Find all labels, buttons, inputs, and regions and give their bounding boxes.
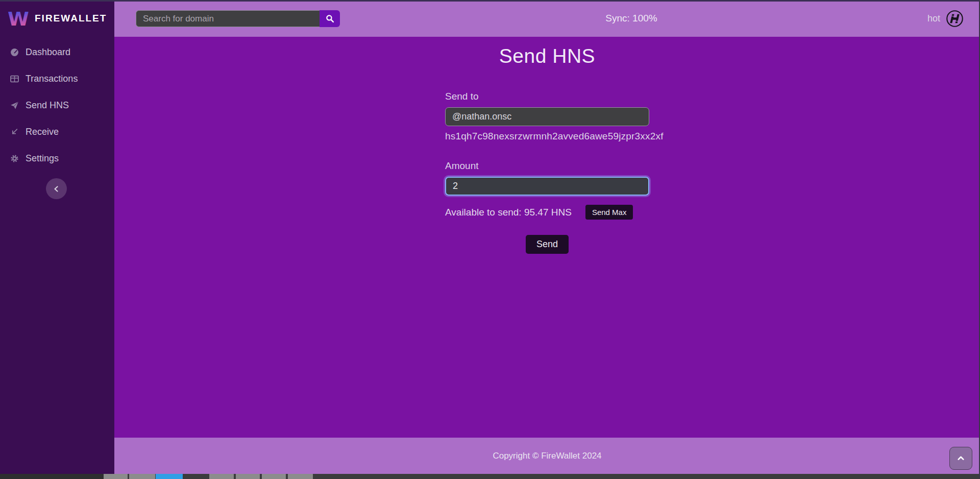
topbar: Sync: 100% hot [114, 0, 980, 37]
sidebar-item-send-hns[interactable]: Send HNS [0, 92, 114, 118]
available-to-send-text: Available to send: 95.47 HNS [445, 207, 572, 218]
sidebar-collapse-button[interactable] [46, 178, 67, 199]
send-max-button[interactable]: Send Max [585, 205, 633, 220]
gear-icon [10, 154, 19, 163]
send-to-label: Send to [445, 91, 649, 102]
sidebar-item-dashboard[interactable]: Dashboard [0, 39, 114, 65]
sidebar-item-label: Receive [26, 127, 59, 137]
wallet-indicator[interactable]: hot [927, 0, 964, 37]
copyright-text: Copyright © FireWallet 2024 [493, 451, 601, 461]
brand: W FIREWALLET [0, 0, 114, 37]
footer: Copyright © FireWallet 2024 [114, 438, 980, 474]
taskbar-segment[interactable] [236, 474, 260, 479]
taskbar-segment[interactable] [288, 474, 313, 479]
wallet-type-label: hot [927, 13, 940, 24]
sidebar-item-label: Send HNS [26, 100, 69, 111]
sync-status: Sync: 100% [605, 0, 657, 37]
send-button[interactable]: Send [526, 235, 569, 254]
page-title: Send HNS [445, 45, 649, 67]
taskbar-segment[interactable] [104, 474, 128, 479]
table-icon [10, 75, 19, 83]
taskbar-segment[interactable] [209, 474, 234, 479]
chevron-up-icon [957, 454, 965, 463]
taskbar-segment[interactable] [129, 474, 155, 479]
svg-text:W: W [8, 8, 29, 29]
taskbar-segment[interactable] [0, 474, 104, 479]
sidebar-item-settings[interactable]: Settings [0, 145, 114, 172]
search-button[interactable] [320, 10, 340, 27]
taskbar-segment[interactable] [156, 474, 183, 479]
firewallet-w-logo: W [8, 8, 29, 29]
sidebar-nav: Dashboard Transactions [0, 39, 114, 172]
search-bar [136, 10, 340, 27]
window-top-edge [0, 0, 980, 2]
send-to-input[interactable] [445, 107, 649, 126]
resolved-address: hs1qh7c98nexsrzwrmnh2avved6awe59jzpr3xx2… [445, 131, 649, 142]
brand-name: FIREWALLET [35, 13, 107, 24]
handshake-logo-icon [946, 10, 964, 28]
main-content: Send HNS Send to hs1qh7c98nexsrzwrmnh2av… [114, 37, 980, 438]
taskbar-strip[interactable] [0, 474, 980, 479]
paper-plane-icon [10, 101, 19, 110]
search-input[interactable] [136, 10, 320, 27]
sidebar-item-label: Settings [26, 153, 59, 164]
firewallet-app: W FIREWALLET Dashboard [0, 0, 980, 479]
sidebar: W FIREWALLET Dashboard [0, 0, 114, 474]
taskbar-segment[interactable] [262, 474, 286, 479]
sidebar-item-transactions[interactable]: Transactions [0, 65, 114, 92]
sidebar-item-label: Dashboard [26, 47, 70, 58]
sidebar-item-receive[interactable]: Receive [0, 118, 114, 145]
sidebar-item-label: Transactions [26, 74, 78, 84]
amount-input[interactable] [445, 177, 649, 196]
search-icon [326, 14, 334, 23]
scroll-to-top-button[interactable] [949, 447, 972, 470]
arrow-down-left-icon [10, 128, 19, 136]
amount-label: Amount [445, 160, 649, 172]
gauge-icon [10, 48, 19, 57]
chevron-left-icon [53, 185, 61, 193]
